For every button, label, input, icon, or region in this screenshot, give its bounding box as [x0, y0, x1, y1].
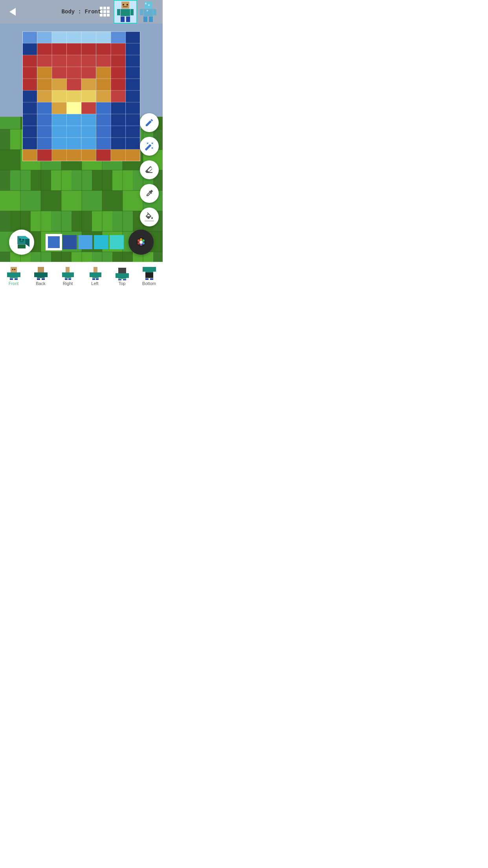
svg-marker-0	[9, 8, 16, 16]
svg-rect-12	[127, 4, 128, 6]
svg-rect-9	[107, 14, 110, 17]
svg-rect-194	[52, 149, 67, 161]
svg-rect-116	[81, 31, 96, 43]
svg-rect-255	[92, 272, 99, 278]
svg-rect-220	[19, 239, 21, 241]
svg-rect-128	[22, 55, 37, 67]
svg-rect-249	[65, 272, 71, 278]
skin-3d-button[interactable]	[9, 230, 34, 255]
nav-front[interactable]: Front	[0, 266, 27, 286]
svg-rect-15	[117, 9, 120, 15]
nav-left[interactable]: Left	[81, 266, 108, 286]
svg-rect-153	[37, 90, 52, 102]
svg-rect-235	[10, 272, 18, 278]
svg-rect-114	[52, 31, 67, 43]
svg-rect-239	[15, 278, 18, 280]
svg-rect-60	[20, 190, 41, 211]
svg-rect-254	[94, 267, 97, 272]
svg-rect-267	[145, 267, 153, 272]
nav-back[interactable]: Back	[27, 266, 54, 286]
svg-rect-126	[111, 43, 126, 55]
bottom-nav: Front Back Right	[0, 262, 163, 289]
svg-rect-138	[52, 67, 67, 79]
svg-rect-14	[121, 9, 130, 16]
nav-left-icon	[88, 266, 102, 280]
swatch-2[interactable]	[62, 235, 77, 249]
pencil-tool-button[interactable]	[140, 113, 159, 132]
svg-rect-154	[52, 90, 67, 102]
svg-rect-222	[20, 241, 24, 242]
svg-rect-164	[81, 102, 96, 114]
svg-rect-156	[81, 90, 96, 102]
svg-rect-170	[52, 114, 67, 126]
svg-rect-183	[126, 126, 141, 138]
svg-rect-195	[67, 149, 82, 161]
pixel-canvas[interactable]	[22, 31, 140, 161]
back-button[interactable]	[4, 4, 20, 20]
svg-rect-155	[67, 90, 82, 102]
svg-rect-269	[153, 267, 156, 272]
svg-rect-115	[67, 31, 82, 43]
color-palette-button[interactable]	[128, 230, 154, 255]
svg-rect-29	[0, 117, 20, 129]
svg-rect-188	[81, 138, 96, 149]
color-dropper-button[interactable]	[140, 184, 159, 203]
svg-rect-240	[12, 269, 13, 270]
svg-rect-18	[126, 17, 130, 22]
svg-rect-62	[61, 190, 82, 211]
svg-rect-173	[96, 114, 111, 126]
nav-right-icon	[61, 266, 75, 280]
svg-rect-189	[96, 138, 111, 149]
svg-rect-242	[38, 267, 44, 272]
svg-point-228	[140, 238, 142, 241]
svg-rect-159	[126, 90, 141, 102]
svg-rect-241	[14, 269, 15, 270]
svg-rect-21	[140, 9, 143, 15]
svg-point-232	[138, 242, 140, 245]
swatch-3[interactable]	[78, 235, 92, 249]
svg-rect-139	[67, 67, 82, 79]
svg-rect-25	[145, 3, 147, 4]
svg-rect-5	[103, 10, 106, 13]
svg-rect-150	[111, 79, 126, 90]
svg-rect-123	[67, 43, 82, 55]
svg-rect-182	[111, 126, 126, 138]
svg-rect-198	[111, 149, 126, 161]
eraser-tool-button[interactable]	[140, 160, 159, 179]
nav-bottom[interactable]: Bottom	[136, 266, 163, 286]
svg-rect-187	[67, 138, 82, 149]
svg-rect-24	[149, 17, 153, 22]
svg-rect-132	[81, 55, 96, 67]
svg-rect-16	[130, 9, 134, 15]
svg-rect-63	[82, 190, 102, 211]
svg-rect-145	[37, 79, 52, 90]
svg-rect-246	[37, 278, 40, 280]
svg-rect-59	[0, 190, 20, 211]
svg-rect-151	[126, 79, 141, 90]
svg-rect-64	[102, 190, 123, 211]
svg-rect-185	[37, 138, 52, 149]
magic-wand-tool-button[interactable]	[140, 137, 159, 156]
swatch-1[interactable]	[47, 235, 61, 249]
svg-rect-125	[96, 43, 111, 55]
svg-rect-152	[22, 90, 37, 102]
nav-top[interactable]: Top	[108, 266, 136, 286]
svg-rect-263	[116, 273, 118, 278]
nav-right[interactable]: Right	[54, 266, 81, 286]
svg-rect-146	[52, 79, 67, 90]
skin-preview-front[interactable]	[114, 0, 137, 24]
svg-rect-165	[96, 102, 111, 114]
svg-rect-119	[126, 31, 141, 43]
svg-rect-167	[126, 102, 141, 114]
svg-rect-243	[37, 272, 45, 278]
skin-preview-variant[interactable]	[137, 0, 159, 24]
svg-rect-163	[67, 102, 82, 114]
svg-rect-113	[37, 31, 52, 43]
svg-rect-135	[126, 55, 141, 67]
svg-rect-147	[67, 79, 82, 90]
swatch-5[interactable]	[110, 235, 124, 249]
svg-rect-225	[18, 245, 26, 248]
svg-rect-160	[22, 102, 37, 114]
swatch-4[interactable]	[94, 235, 108, 249]
svg-rect-137	[37, 67, 52, 79]
